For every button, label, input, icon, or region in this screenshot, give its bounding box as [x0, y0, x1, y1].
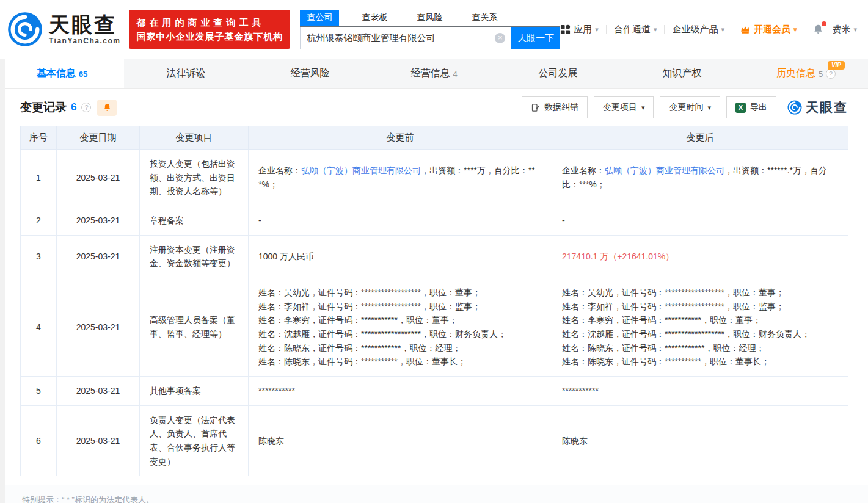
manager-line: 姓名：吴幼光，证件号码：******************，职位：董事； — [562, 286, 838, 300]
cell-before: 1000 万人民币 — [249, 235, 552, 278]
col-header-date: 变更日期 — [57, 126, 140, 150]
section-title: 变更记录 — [20, 100, 67, 115]
logo-domain: TianYanCha.com — [49, 37, 120, 45]
tianyancha-logo[interactable]: 天眼查 TianYanCha.com — [7, 12, 120, 47]
help-icon[interactable]: ? — [81, 103, 91, 112]
tab-label: 经营风险 — [291, 67, 330, 80]
tab-operation-risk[interactable]: 经营风险 — [248, 59, 372, 88]
cell-no: 1 — [21, 150, 57, 206]
vip-badge: VIP — [828, 61, 845, 70]
top-nav: 应用 ▾ 合作通道 ▾ 企业级产品 ▾ 开通会员 ▾ — [560, 23, 857, 36]
monitor-bell-button[interactable] — [97, 100, 117, 116]
excel-icon: X — [735, 103, 746, 113]
tab-basic-info[interactable]: 基本信息 65 — [0, 59, 124, 88]
cell-after: - — [552, 206, 848, 236]
watermark-label: 天眼查 — [806, 99, 848, 116]
tianyancha-logo-icon — [7, 12, 43, 47]
cell-before: *********** — [249, 377, 552, 406]
tab-label: 经营信息 — [410, 67, 450, 80]
cell-after: 企业名称：弘颐（宁波）商业管理有限公司，出资额：******.*万，百分比：**… — [552, 150, 848, 206]
table-row: 2 2025-03-21 章程备案 - - — [21, 206, 848, 236]
company-link[interactable]: 弘颐（宁波）商业管理有限公司 — [605, 165, 724, 175]
brand-slogan: 都在用的商业查询工具 国家中小企业发展子基金旗下机构 — [129, 10, 290, 49]
notification-bell[interactable] — [812, 23, 825, 36]
nav-partner[interactable]: 合作通道 ▾ — [614, 24, 657, 35]
table-row: 1 2025-03-21 投资人变更（包括出资额、出资方式、出资日期、投资人名称… — [21, 150, 848, 206]
cell-item: 投资人变更（包括出资额、出资方式、出资日期、投资人名称等） — [140, 150, 249, 206]
search-input[interactable] — [300, 27, 511, 49]
tab-legal-litigation[interactable]: 法律诉讼 — [124, 59, 248, 88]
cell-item: 章程备案 — [140, 206, 249, 236]
manager-line: 姓名：陈晓东，证件号码：************，职位：经理； — [562, 341, 838, 355]
cell-after-capital-increase: 217410.1 万（+21641.01%） — [552, 235, 848, 278]
cell-after: *********** — [552, 377, 848, 406]
search-block: 查公司 查老板 查风险 查关系 × 天眼一下 — [300, 10, 560, 49]
clear-icon[interactable]: × — [495, 33, 505, 43]
divider — [804, 25, 804, 34]
search-tab-risk[interactable]: 查风险 — [410, 10, 449, 26]
manager-line: 姓名：吴幼光，证件号码：******************，职位：董事； — [258, 286, 542, 300]
special-note-text: 特别提示：“ * ”标识的为法定代表人。 — [22, 495, 154, 503]
nav-enterprise-label: 企业级产品 — [672, 24, 718, 35]
tab-label: 历史信息 — [776, 67, 815, 80]
chevron-down-icon: ▾ — [793, 26, 797, 34]
tab-company-development[interactable]: 公司发展 — [496, 59, 620, 88]
tab-intellectual-property[interactable]: 知识产权 — [620, 59, 744, 88]
nav-apps[interactable]: 应用 ▾ — [560, 24, 599, 35]
tab-history-info[interactable]: VIP 历史信息 5 ? — [744, 59, 868, 88]
manager-line: 姓名：李寒穷，证件号码：***********，职位：董事； — [562, 313, 838, 327]
tab-business-info[interactable]: 经营信息 4 — [372, 59, 496, 88]
tianyancha-watermark: 天眼查 — [787, 99, 848, 116]
table-row: 3 2025-03-21 注册资本变更（注册资金、资金数额等变更） 1000 万… — [21, 235, 848, 278]
nav-apps-label: 应用 — [574, 24, 592, 35]
chevron-down-icon: ▾ — [853, 26, 857, 34]
company-link[interactable]: 弘颐（宁波）商业管理有限公司 — [301, 165, 421, 175]
nav-enterprise[interactable]: 企业级产品 ▾ — [672, 24, 724, 35]
button-label: 变更时间 — [669, 102, 703, 113]
change-project-filter[interactable]: 变更项目 ▾ — [594, 96, 654, 118]
chevron-down-icon: ▾ — [707, 104, 711, 112]
chevron-down-icon: ▾ — [595, 26, 599, 34]
manager-line: 姓名：李如祥，证件号码：******************，职位：监事； — [258, 300, 542, 314]
table-row: 4 2025-03-21 高级管理人员备案（董事、监事、经理等） 姓名：吴幼光，… — [21, 278, 848, 377]
tab-count: 4 — [453, 70, 457, 79]
cell-date: 2025-03-21 — [57, 150, 140, 206]
data-correction-button[interactable]: 数据纠错 — [522, 96, 588, 118]
search-tab-company[interactable]: 查公司 — [300, 10, 339, 26]
search-tab-relation[interactable]: 查关系 — [465, 10, 504, 26]
cell-date: 2025-03-21 — [57, 377, 140, 406]
divider — [732, 25, 732, 34]
crown-icon — [740, 24, 751, 35]
cell-date: 2025-03-21 — [57, 235, 140, 278]
left-scrollbar-track[interactable] — [0, 59, 5, 503]
cell-after: 陈晓东 — [552, 405, 848, 476]
change-time-filter[interactable]: 变更时间 ▾ — [660, 96, 720, 118]
company-tabbar: 基本信息 65 法律诉讼 经营风险 经营信息 4 公司发展 知识产权 VIP 历… — [0, 59, 868, 89]
app-grid-icon — [560, 24, 571, 35]
manager-line: 姓名：沈越雁，证件号码：******************，职位：财务负责人； — [258, 327, 542, 341]
table-row: 5 2025-03-21 其他事项备案 *********** ********… — [21, 377, 848, 406]
tab-label: 基本信息 — [37, 67, 76, 80]
cell-before: 姓名：吴幼光，证件号码：******************，职位：董事； 姓名… — [249, 278, 552, 377]
cell-no: 5 — [21, 377, 57, 406]
top-header: 天眼查 TianYanCha.com 都在用的商业查询工具 国家中小企业发展子基… — [0, 0, 868, 59]
tab-count: 65 — [79, 70, 87, 79]
col-header-item: 变更项目 — [140, 126, 249, 150]
tianyancha-logo-icon — [787, 100, 802, 115]
nav-open-vip[interactable]: 开通会员 ▾ — [740, 24, 797, 35]
chevron-down-icon: ▾ — [654, 26, 657, 34]
cell-before: 陈晓东 — [249, 405, 552, 476]
change-record-header: 变更记录 6 ? 数据纠错 变更项目 ▾ 变更时间 ▾ X 导出 — [0, 89, 868, 124]
export-button[interactable]: X 导出 — [726, 96, 776, 118]
manager-line: 姓名：李寒穷，证件号码：***********，职位：董事； — [258, 313, 542, 327]
cell-before: - — [249, 206, 552, 236]
nav-user[interactable]: 费米 ▾ — [832, 24, 857, 35]
search-button[interactable]: 天眼一下 — [511, 27, 560, 49]
tab-label: 知识产权 — [663, 67, 702, 80]
cell-no: 3 — [21, 235, 57, 278]
nav-partner-label: 合作通道 — [614, 24, 651, 35]
tab-count: 5 — [819, 70, 823, 79]
help-icon[interactable]: ? — [826, 69, 836, 79]
logo-name: 天眼查 — [49, 13, 120, 36]
search-tab-boss[interactable]: 查老板 — [355, 10, 394, 26]
